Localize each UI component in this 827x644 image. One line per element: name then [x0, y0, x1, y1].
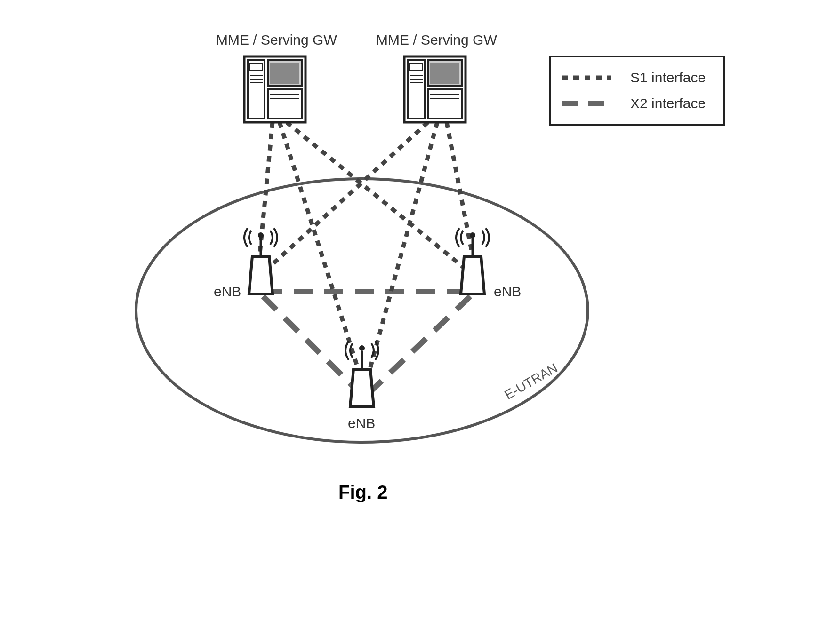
server-left-icon — [244, 56, 305, 122]
svg-point-27 — [359, 345, 365, 351]
legend-box: S1 interface X2 interface — [550, 56, 724, 125]
svg-rect-29 — [550, 56, 724, 125]
svg-rect-13 — [408, 60, 425, 119]
legend-s1-label: S1 interface — [630, 70, 706, 85]
s1-line — [367, 122, 437, 381]
enb-bottom-label: eNB — [348, 415, 375, 431]
enb-right-label: eNB — [494, 284, 521, 299]
svg-rect-1 — [248, 60, 265, 119]
svg-point-25 — [470, 232, 475, 238]
s1-line — [280, 122, 362, 381]
enb-left-label: eNB — [214, 284, 241, 299]
svg-point-23 — [258, 232, 264, 238]
enb-right-icon — [456, 228, 489, 294]
server-right-label: MME / Serving GW — [376, 32, 497, 48]
x2-line-right-bottom — [367, 296, 470, 395]
figure-label: Fig. 2 — [338, 482, 387, 502]
enb-bottom-icon — [345, 341, 378, 407]
legend-x2-label: X2 interface — [630, 95, 706, 111]
enb-left-icon — [244, 228, 277, 294]
svg-rect-15 — [430, 63, 459, 84]
server-right-icon — [404, 56, 466, 122]
s1-line — [287, 122, 470, 273]
svg-rect-4 — [270, 63, 299, 84]
server-left-label: MME / Serving GW — [216, 32, 337, 48]
